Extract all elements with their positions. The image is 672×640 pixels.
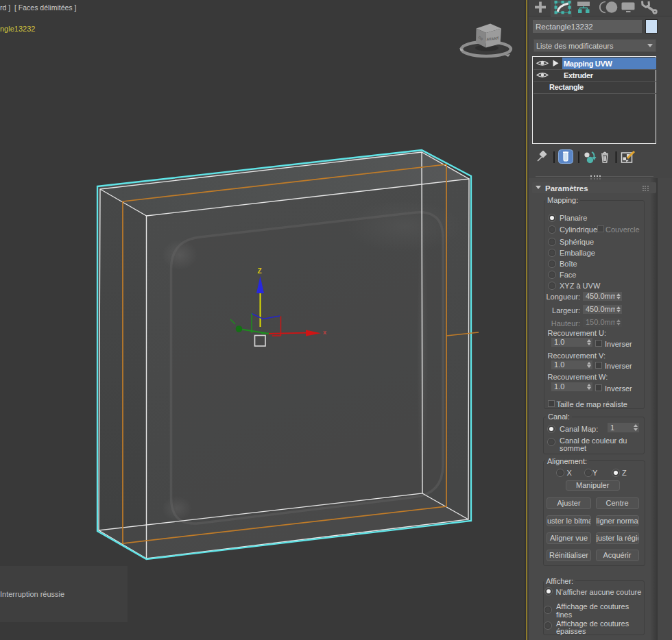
svg-text:Z: Z — [258, 267, 262, 275]
svg-text:x: x — [323, 329, 326, 336]
